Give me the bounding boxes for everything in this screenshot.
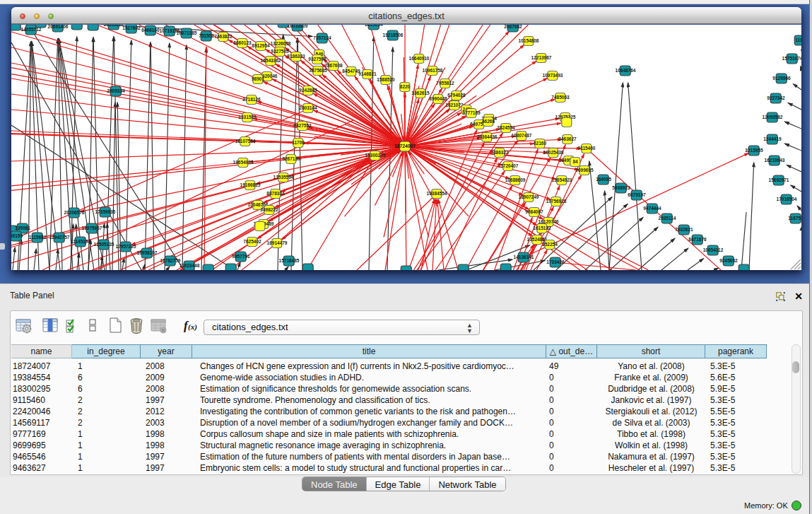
svg-text:10807487: 10807487 [512, 133, 532, 138]
svg-text:8186323: 8186323 [287, 54, 305, 59]
svg-text:16914479: 16914479 [267, 240, 288, 245]
svg-text:6466160: 6466160 [141, 28, 160, 33]
svg-text:9474444: 9474444 [643, 206, 661, 211]
svg-text:7485063: 7485063 [551, 95, 570, 100]
svg-text:19756928: 19756928 [546, 199, 567, 204]
svg-text:164095: 164095 [596, 177, 611, 182]
svg-text:18724007: 18724007 [394, 144, 416, 148]
svg-text:8912954: 8912954 [252, 43, 270, 48]
svg-text:8813054: 8813054 [365, 25, 383, 27]
svg-text:9427552: 9427552 [293, 123, 312, 128]
svg-text:19975867: 19975867 [82, 226, 102, 230]
svg-text:16782759: 16782759 [160, 258, 181, 263]
svg-text:20206576: 20206576 [64, 210, 85, 215]
svg-text:751552: 751552 [199, 33, 214, 38]
svg-text:3824554: 3824554 [497, 125, 515, 130]
svg-text:7386322: 7386322 [490, 150, 509, 155]
svg-text:7632621: 7632621 [675, 227, 693, 232]
svg-text:16543362: 16543362 [261, 58, 281, 63]
svg-text:13226058: 13226058 [271, 41, 291, 46]
svg-text:8878334: 8878334 [266, 191, 285, 196]
svg-text:8454749: 8454749 [342, 69, 360, 74]
svg-text:9857791: 9857791 [232, 254, 250, 259]
svg-text:3267130: 3267130 [282, 156, 300, 161]
svg-text:17359936: 17359936 [95, 209, 116, 214]
svg-text:16640910: 16640910 [409, 56, 430, 61]
svg-text:11923448: 11923448 [180, 263, 200, 268]
svg-text:1621072: 1621072 [445, 103, 464, 107]
svg-text:9245652: 9245652 [719, 258, 738, 263]
svg-text:10654112: 10654112 [703, 247, 724, 252]
svg-text:15716485: 15716485 [279, 258, 300, 263]
svg-text:(x): (x) [188, 322, 197, 332]
svg-text:15751074: 15751074 [782, 56, 801, 61]
svg-text:2867608: 2867608 [324, 63, 343, 68]
svg-text:9146821: 9146821 [358, 71, 377, 76]
svg-text:9242845: 9242845 [299, 88, 317, 93]
svg-text:116753: 116753 [788, 216, 801, 221]
svg-text:10025438: 10025438 [543, 150, 564, 155]
svg-text:10653267: 10653267 [104, 25, 124, 27]
svg-text:10671385: 10671385 [177, 30, 197, 35]
svg-text:2905334: 2905334 [107, 88, 125, 93]
svg-text:7625402: 7625402 [243, 239, 261, 244]
svg-text:9129966: 9129966 [772, 76, 791, 81]
svg-text:3215955: 3215955 [745, 148, 763, 153]
svg-text:1244419: 1244419 [763, 136, 782, 141]
svg-text:9227342: 9227342 [767, 95, 785, 100]
svg-text:19384554: 19384554 [427, 191, 447, 196]
svg-text:19654925: 19654925 [233, 160, 254, 165]
svg-text:18107554: 18107554 [235, 139, 256, 144]
svg-text:7955812: 7955812 [436, 81, 454, 86]
svg-text:10154808: 10154808 [519, 38, 539, 43]
svg-text:9327505: 9327505 [271, 49, 289, 54]
svg-text:5938923: 5938923 [612, 185, 630, 190]
svg-text:2935114: 2935114 [659, 216, 676, 221]
svg-text:8220: 8220 [400, 84, 411, 89]
svg-text:16033809: 16033809 [288, 25, 308, 28]
svg-text:6679197: 6679197 [628, 192, 646, 197]
svg-text:10648764: 10648764 [616, 68, 636, 73]
svg-text:15300275: 15300275 [365, 153, 386, 158]
svg-text:7463822: 7463822 [214, 34, 233, 39]
svg-text:1733426: 1733426 [546, 259, 565, 264]
svg-text:252254: 252254 [542, 242, 558, 247]
svg-text:62160: 62160 [534, 141, 546, 146]
svg-text:15692971: 15692971 [769, 177, 789, 182]
svg-text:18907249: 18907249 [519, 194, 539, 199]
svg-text:11700: 11700 [292, 140, 305, 145]
svg-text:1331589: 1331589 [238, 115, 257, 119]
svg-text:12942757: 12942757 [49, 235, 70, 240]
svg-text:20691406: 20691406 [48, 25, 69, 29]
svg-text:84: 84 [572, 159, 578, 164]
svg-text:2718126: 2718126 [242, 97, 261, 102]
svg-text:3875685: 3875685 [309, 68, 327, 73]
svg-text:9327508: 9327508 [308, 57, 326, 62]
svg-text:1527602: 1527602 [122, 25, 141, 30]
svg-text:46266: 46266 [482, 119, 495, 124]
svg-text:12093582: 12093582 [763, 115, 783, 119]
svg-text:39159: 39159 [11, 233, 23, 238]
svg-text:2803144: 2803144 [299, 105, 317, 110]
svg-text:10961758: 10961758 [423, 68, 443, 73]
svg-text:10958107: 10958107 [137, 250, 158, 255]
svg-text:19166825: 19166825 [240, 182, 261, 187]
svg-text:15720407: 15720407 [498, 163, 519, 168]
svg-text:12213967: 12213967 [531, 55, 552, 60]
svg-text:10973493: 10973493 [543, 73, 563, 78]
svg-text:20364436: 20364436 [477, 134, 498, 139]
svg-text:11145194: 11145194 [71, 239, 91, 244]
svg-text:9777169: 9777169 [462, 110, 481, 115]
svg-text:16210643: 16210643 [765, 158, 785, 163]
svg-text:2087682: 2087682 [504, 25, 522, 29]
svg-text:1615132: 1615132 [533, 226, 551, 230]
svg-text:8990448: 8990448 [429, 96, 447, 101]
svg-text:17957225: 17957225 [116, 244, 136, 249]
svg-text:13654923: 13654923 [552, 177, 572, 182]
svg-text:1588520: 1588520 [377, 77, 395, 82]
svg-text:19218506: 19218506 [383, 33, 404, 37]
svg-text:13535594: 13535594 [273, 175, 294, 180]
svg-text:9084067: 9084067 [525, 209, 543, 214]
svg-text:8660123: 8660123 [233, 40, 252, 45]
svg-text:135081: 135081 [15, 226, 30, 230]
